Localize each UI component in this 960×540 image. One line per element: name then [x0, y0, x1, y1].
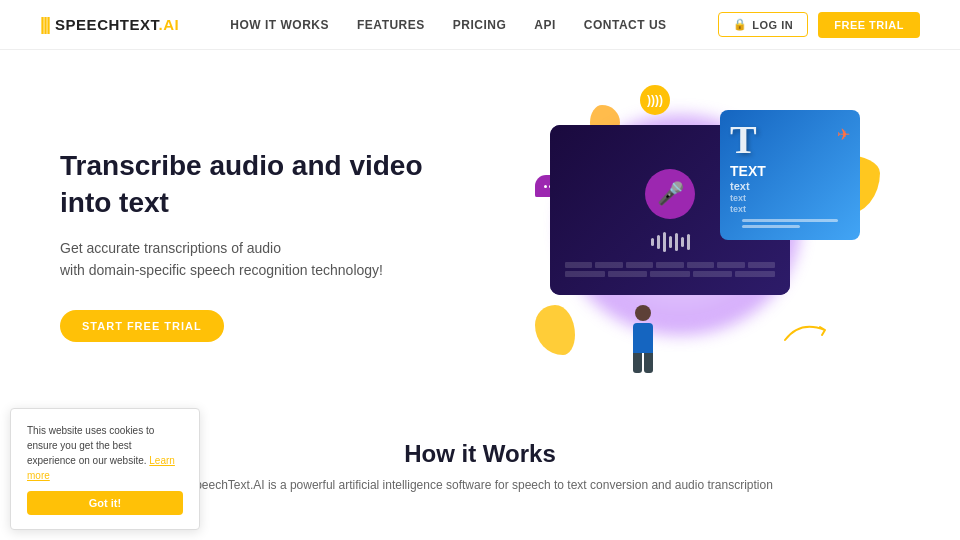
hero-left: Transcribe audio and video into text Get…: [60, 148, 500, 342]
key: [748, 262, 775, 268]
cookie-banner: This website uses cookies to ensure you …: [10, 408, 200, 530]
yellow-decoration-2: [535, 305, 575, 355]
keyboard-row-2: [565, 271, 775, 277]
hero-title: Transcribe audio and video into text: [60, 148, 440, 221]
hero-section: Transcribe audio and video into text Get…: [0, 50, 960, 420]
key: [693, 271, 733, 277]
nav-pricing[interactable]: PRICING: [453, 18, 507, 32]
brand-name: SPEECHTEXT.AI: [55, 16, 179, 33]
microphone-circle: 🎤: [645, 169, 695, 219]
start-free-trial-button[interactable]: START FREE TRIAL: [60, 310, 224, 342]
key: [608, 271, 648, 277]
sound-wave: [651, 232, 690, 252]
logo[interactable]: ||| SPEECHTEXT.AI: [40, 14, 179, 35]
paper-plane-icon: ✈: [837, 125, 850, 144]
microphone-icon: 🎤: [657, 181, 684, 207]
logo-bars-icon: |||: [40, 14, 49, 35]
dot-1: [544, 185, 547, 188]
text-word-3: text: [730, 193, 850, 203]
text-word-1: TEXT: [730, 163, 850, 179]
person-figure: [625, 305, 660, 375]
wave-bar-4: [669, 236, 672, 248]
key: [650, 271, 690, 277]
key: [626, 262, 653, 268]
hero-right: )))) 🎤: [500, 85, 900, 405]
nav-links: HOW IT WORKS FEATURES PRICING API CONTAC…: [230, 18, 666, 32]
nav-contact-us[interactable]: CONTACT US: [584, 18, 667, 32]
card-line-1: [742, 219, 838, 222]
got-it-button[interactable]: Got it!: [27, 491, 183, 515]
login-button[interactable]: 🔒 LOG IN: [718, 12, 808, 37]
person-leg-right: [644, 353, 653, 373]
key: [717, 262, 744, 268]
lock-icon: 🔒: [733, 18, 748, 31]
key: [656, 262, 683, 268]
cookie-text: This website uses cookies to ensure you …: [27, 423, 183, 483]
arrow-decoration: [780, 315, 840, 345]
keyboard: [565, 262, 775, 280]
wave-bar-5: [675, 233, 678, 251]
key: [735, 271, 775, 277]
wave-bar-6: [681, 237, 684, 247]
nav-actions: 🔒 LOG IN FREE TRIAL: [718, 12, 920, 38]
person-leg-left: [633, 353, 642, 373]
keyboard-row-1: [565, 262, 775, 268]
key: [565, 271, 605, 277]
person-body: [633, 323, 653, 353]
hero-subtitle: Get accurate transcriptions of audio wit…: [60, 237, 460, 282]
wave-bar-1: [651, 238, 654, 246]
key: [565, 262, 592, 268]
text-word-4: text: [730, 204, 850, 214]
card-line-2: [742, 225, 800, 228]
person-legs: [633, 353, 653, 373]
hero-illustration: )))) 🎤: [530, 95, 870, 395]
nav-api[interactable]: API: [534, 18, 556, 32]
nav-features[interactable]: FEATURES: [357, 18, 425, 32]
key: [687, 262, 714, 268]
key: [595, 262, 622, 268]
wave-bar-3: [663, 232, 666, 252]
card-lines: [742, 219, 838, 231]
signal-icon: )))): [640, 85, 670, 115]
text-card: T ✈ TEXT text text text: [720, 110, 860, 240]
navbar: ||| SPEECHTEXT.AI HOW IT WORKS FEATURES …: [0, 0, 960, 50]
nav-how-it-works[interactable]: HOW IT WORKS: [230, 18, 329, 32]
wave-bar-2: [657, 235, 660, 249]
wave-bar-7: [687, 234, 690, 250]
free-trial-button[interactable]: FREE TRIAL: [818, 12, 920, 38]
person-head: [635, 305, 651, 321]
text-word-2: text: [730, 180, 850, 192]
big-t-letter: T: [730, 120, 757, 160]
